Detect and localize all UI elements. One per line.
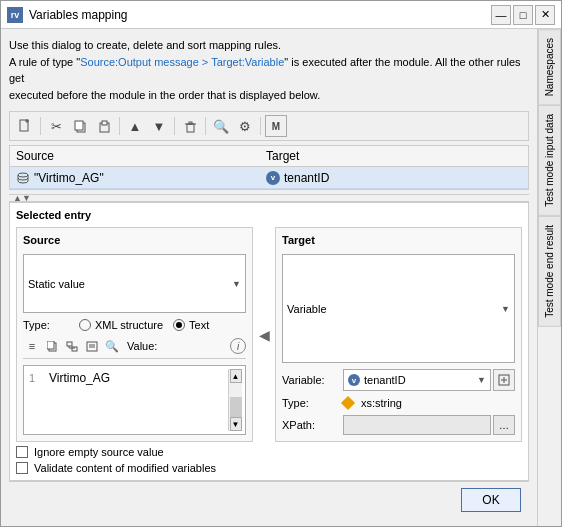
target-value: tenantID: [284, 171, 329, 185]
scrollbar-down-btn[interactable]: ▼: [230, 417, 242, 431]
toolbar-sep-2: [119, 117, 120, 135]
target-type-icon: v: [266, 171, 280, 185]
chevron-down-icon-2: ▼: [501, 304, 510, 314]
new-doc-btn[interactable]: [14, 115, 36, 137]
target-cell: v tenantID: [266, 171, 522, 185]
move-down-btn[interactable]: ▼: [148, 115, 170, 137]
source-cell: "Virtimo_AG": [16, 171, 266, 185]
mini-xslt-btn[interactable]: [83, 337, 101, 355]
mapping-table: Source Target "Virtimo_AG" v tenantID: [9, 145, 529, 190]
settings-btn[interactable]: ⚙: [234, 115, 256, 137]
variable-row: Variable: v tenantID ▼: [282, 369, 515, 391]
target-type-dropdown[interactable]: Variable ▼: [282, 254, 515, 363]
source-panel-title: Source: [23, 234, 246, 246]
svg-rect-9: [189, 122, 192, 124]
source-text-value: Virtimo_AG: [49, 371, 226, 385]
chevron-down-icon-3: ▼: [477, 375, 486, 385]
editor-content: 1 Virtimo_AG: [27, 369, 228, 431]
target-column-header: Target: [266, 149, 522, 163]
desc-line1: Use this dialog to create, delete and so…: [9, 37, 529, 54]
ok-button[interactable]: OK: [461, 488, 521, 512]
value-label: Value:: [127, 340, 157, 352]
minimize-button[interactable]: —: [491, 5, 511, 25]
svg-rect-13: [67, 342, 72, 346]
toolbar-sep-5: [260, 117, 261, 135]
footer: OK: [9, 481, 529, 518]
cut-btn[interactable]: ✂: [45, 115, 67, 137]
text-radio[interactable]: Text: [173, 319, 209, 331]
text-radio-input[interactable]: [173, 319, 185, 331]
xpath-label: XPath:: [282, 419, 337, 431]
ignore-empty-checkbox[interactable]: [16, 446, 28, 458]
test-mode-result-tab[interactable]: Test mode end result: [538, 216, 561, 327]
xpath-browse-btn[interactable]: …: [493, 415, 515, 435]
variable-label: Variable:: [282, 374, 337, 386]
type-radio-group: XML structure Text: [79, 319, 209, 331]
editor-line-1: 1 Virtimo_AG: [29, 371, 226, 385]
xml-radio-input[interactable]: [79, 319, 91, 331]
ignore-empty-checkbox-row: Ignore empty source value: [16, 446, 522, 458]
content-area: Use this dialog to create, delete and so…: [1, 29, 561, 526]
module-btn[interactable]: M: [265, 115, 287, 137]
editor-scrollbar[interactable]: ▲ ▼: [228, 369, 242, 431]
copy-btn[interactable]: [69, 115, 91, 137]
selected-entry-panel: Selected entry Source Static value ▼ Typ…: [9, 202, 529, 481]
maximize-button[interactable]: □: [513, 5, 533, 25]
panels-row: Source Static value ▼ Type:: [16, 227, 522, 442]
scrollbar-thumb[interactable]: [230, 397, 242, 417]
mini-list-btn[interactable]: ≡: [23, 337, 41, 355]
variable-dropdown[interactable]: v tenantID ▼: [343, 369, 491, 391]
move-up-btn[interactable]: ▲: [124, 115, 146, 137]
close-button[interactable]: ✕: [535, 5, 555, 25]
source-type-dropdown-label: Static value: [28, 278, 85, 290]
search-btn[interactable]: 🔍: [210, 115, 232, 137]
target-panel: Target Variable ▼ Variable: v: [275, 227, 522, 442]
mini-var-btn[interactable]: [63, 337, 81, 355]
resize-handle[interactable]: ▲▼: [9, 194, 529, 202]
window-icon: rv: [7, 7, 23, 23]
type-row-target: Type: xs:string: [282, 397, 515, 409]
test-mode-input-tab[interactable]: Test mode input data: [538, 105, 561, 216]
variable-browse-btn[interactable]: [493, 369, 515, 391]
source-type-icon: [16, 171, 30, 185]
type-label-target: Type:: [282, 397, 337, 409]
mapping-toolbar: ✂ ▲ ▼ 🔍 ⚙ M: [9, 111, 529, 141]
title-bar: rv Variables mapping — □ ✕: [1, 1, 561, 29]
description-text: Use this dialog to create, delete and so…: [9, 37, 529, 103]
ignore-empty-label: Ignore empty source value: [34, 446, 164, 458]
variable-select-group: v tenantID ▼: [343, 369, 515, 391]
namespaces-tab[interactable]: Namespaces: [538, 29, 561, 105]
paste-btn[interactable]: [93, 115, 115, 137]
source-column-header: Source: [16, 149, 266, 163]
mini-toolbar: ≡ 🔍 Value: i: [23, 337, 246, 359]
mini-copy-btn[interactable]: [43, 337, 61, 355]
xml-radio-label: XML structure: [95, 319, 163, 331]
variable-icon-small: v: [348, 374, 360, 386]
desc-line2-text: A rule of type "Source:Output message > …: [9, 56, 521, 85]
mini-search2-btn[interactable]: 🔍: [103, 337, 121, 355]
toolbar-sep-4: [205, 117, 206, 135]
right-tabs: Namespaces Test mode input data Test mod…: [537, 29, 561, 526]
type-value-text: xs:string: [361, 397, 402, 409]
source-type-dropdown[interactable]: Static value ▼: [23, 254, 246, 313]
scrollbar-up-btn[interactable]: ▲: [230, 369, 242, 383]
info-icon[interactable]: i: [230, 338, 246, 354]
type-row: Type: XML structure Text: [23, 319, 246, 331]
rule-type: Source:Output message > Target:Variable: [80, 56, 284, 68]
xpath-input[interactable]: [343, 415, 491, 435]
delete-btn[interactable]: [179, 115, 201, 137]
target-type-dropdown-label: Variable: [287, 303, 327, 315]
xpath-input-group: …: [343, 415, 515, 435]
line-number-1: 1: [29, 371, 45, 384]
validate-content-checkbox-row: Validate content of modified variables: [16, 462, 522, 474]
selected-entry-title: Selected entry: [16, 209, 522, 221]
xml-structure-radio[interactable]: XML structure: [79, 319, 163, 331]
validate-content-label: Validate content of modified variables: [34, 462, 216, 474]
text-editor[interactable]: 1 Virtimo_AG ▲ ▼: [23, 365, 246, 435]
xpath-row: XPath: …: [282, 415, 515, 435]
variables-mapping-window: rv Variables mapping — □ ✕ Use this dial…: [0, 0, 562, 527]
validate-content-checkbox[interactable]: [16, 462, 28, 474]
text-radio-label: Text: [189, 319, 209, 331]
svg-point-10: [18, 173, 28, 177]
table-row[interactable]: "Virtimo_AG" v tenantID: [10, 167, 528, 189]
